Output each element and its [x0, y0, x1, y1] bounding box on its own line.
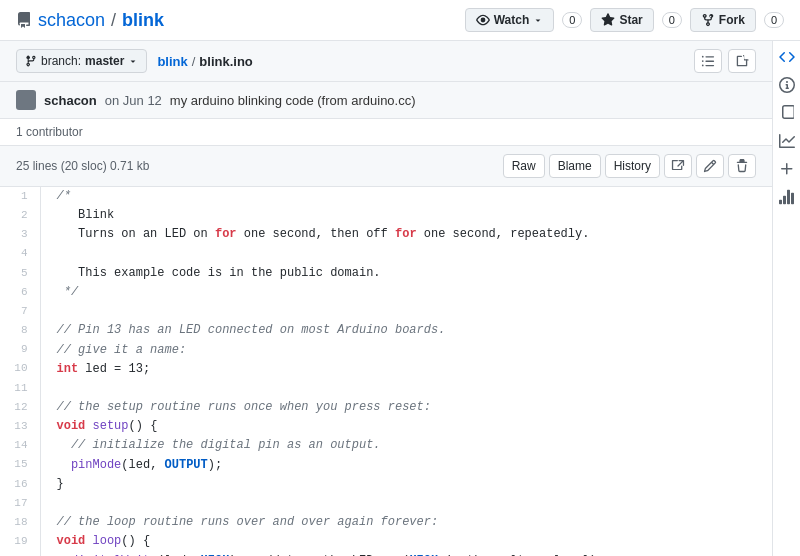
line-number: 19	[0, 532, 40, 551]
bar-chart-icon[interactable]	[779, 189, 795, 205]
commit-author[interactable]: schacon	[44, 93, 97, 108]
copy-lines-icon[interactable]	[664, 154, 692, 178]
star-button[interactable]: Star	[590, 8, 653, 32]
table-row: 16}	[0, 475, 772, 494]
line-number: 11	[0, 379, 40, 398]
repo-link[interactable]: blink	[122, 10, 164, 31]
code-container: 1/*2 Blink3 Turns on an LED on for one s…	[0, 187, 772, 556]
table-row: 19void loop() {	[0, 532, 772, 551]
fork-icon	[701, 13, 715, 27]
line-code: // the setup routine runs once when you …	[40, 398, 772, 417]
line-code: // give it a name:	[40, 341, 772, 360]
code-view-icon[interactable]	[779, 49, 795, 65]
line-code	[40, 494, 772, 513]
line-number: 1	[0, 187, 40, 206]
line-code: */	[40, 283, 772, 302]
file-stats: 25 lines (20 sloc) 0.71 kb	[16, 159, 149, 173]
line-code: int led = 13;	[40, 360, 772, 379]
breadcrumb-sep: /	[192, 54, 196, 69]
table-row: 14 // initialize the digital pin as an o…	[0, 436, 772, 455]
line-code	[40, 379, 772, 398]
line-code	[40, 302, 772, 321]
line-number: 17	[0, 494, 40, 513]
blame-button[interactable]: Blame	[549, 154, 601, 178]
history-button[interactable]: History	[605, 154, 660, 178]
file-view-icons	[694, 49, 756, 73]
table-row: 8// Pin 13 has an LED connected on most …	[0, 321, 772, 340]
file-nav-bar: branch: master blink / blink.ino	[0, 41, 772, 82]
line-code: }	[40, 475, 772, 494]
file-header: 25 lines (20 sloc) 0.71 kb Raw Blame His…	[0, 146, 772, 187]
table-row: 1/*	[0, 187, 772, 206]
sidebar	[772, 41, 800, 556]
plus-icon[interactable]	[779, 161, 795, 177]
code-table: 1/*2 Blink3 Turns on an LED on for one s…	[0, 187, 772, 556]
line-number: 12	[0, 398, 40, 417]
list-view-icon[interactable]	[694, 49, 722, 73]
table-row: 20 digitalWrite(led, HIGH); // turn the …	[0, 552, 772, 556]
breadcrumb-file: blink.ino	[199, 54, 252, 69]
line-code: This example code is in the public domai…	[40, 264, 772, 283]
branch-prefix: branch:	[41, 54, 81, 68]
main-content: branch: master blink / blink.ino	[0, 41, 772, 556]
line-number: 10	[0, 360, 40, 379]
table-row: 10int led = 13;	[0, 360, 772, 379]
fork-count: 0	[764, 12, 784, 28]
watch-button[interactable]: Watch	[465, 8, 555, 32]
top-header: schacon / blink Watch 0 Star 0 Fork 0	[0, 0, 800, 41]
branch-selector[interactable]: branch: master	[16, 49, 147, 73]
delete-icon[interactable]	[728, 154, 756, 178]
branch-icon	[25, 55, 37, 67]
breadcrumb: blink / blink.ino	[157, 54, 252, 69]
table-row: 3 Turns on an LED on for one second, the…	[0, 225, 772, 244]
line-code: // initialize the digital pin as an outp…	[40, 436, 772, 455]
line-number: 5	[0, 264, 40, 283]
header-actions: Watch 0 Star 0 Fork 0	[465, 8, 784, 32]
chevron-down-icon	[533, 15, 543, 25]
author-avatar	[16, 90, 36, 110]
repo-title: schacon / blink	[16, 10, 164, 31]
table-row: 11	[0, 379, 772, 398]
file-actions: Raw Blame History	[503, 154, 756, 178]
breadcrumb-repo[interactable]: blink	[157, 54, 187, 69]
line-code: /*	[40, 187, 772, 206]
commit-date: on Jun 12	[105, 93, 162, 108]
line-code: digitalWrite(led, HIGH); // turn the LED…	[40, 552, 772, 556]
raw-file-icon[interactable]	[728, 49, 756, 73]
watch-count: 0	[562, 12, 582, 28]
table-row: 2 Blink	[0, 206, 772, 225]
line-code: pinMode(led, OUTPUT);	[40, 456, 772, 475]
line-number: 3	[0, 225, 40, 244]
line-code	[40, 245, 772, 264]
eye-icon	[476, 13, 490, 27]
contributor-count: 1 contributor	[16, 125, 83, 139]
line-code: // Pin 13 has an LED connected on most A…	[40, 321, 772, 340]
raw-button[interactable]: Raw	[503, 154, 545, 178]
table-row: 15 pinMode(led, OUTPUT);	[0, 456, 772, 475]
commit-info-bar: schacon on Jun 12 my arduino blinking co…	[0, 82, 772, 119]
line-number: 16	[0, 475, 40, 494]
line-number: 4	[0, 245, 40, 264]
table-row: 9// give it a name:	[0, 341, 772, 360]
line-code: void setup() {	[40, 417, 772, 436]
fork-button[interactable]: Fork	[690, 8, 756, 32]
repo-icon	[16, 12, 32, 28]
line-number: 18	[0, 513, 40, 532]
table-row: 5 This example code is in the public dom…	[0, 264, 772, 283]
owner-link[interactable]: schacon	[38, 10, 105, 31]
commit-message: my arduino blinking code (from arduino.c…	[170, 93, 416, 108]
table-row: 18// the loop routine runs over and over…	[0, 513, 772, 532]
table-row: 6 */	[0, 283, 772, 302]
graph-icon[interactable]	[779, 133, 795, 149]
line-number: 13	[0, 417, 40, 436]
edit-icon[interactable]	[696, 154, 724, 178]
line-number: 20	[0, 552, 40, 556]
line-code: Turns on an LED on for one second, then …	[40, 225, 772, 244]
table-row: 17	[0, 494, 772, 513]
line-number: 8	[0, 321, 40, 340]
table-row: 13void setup() {	[0, 417, 772, 436]
line-number: 6	[0, 283, 40, 302]
line-number: 7	[0, 302, 40, 321]
bookmark-icon[interactable]	[779, 105, 795, 121]
info-icon[interactable]	[779, 77, 795, 93]
